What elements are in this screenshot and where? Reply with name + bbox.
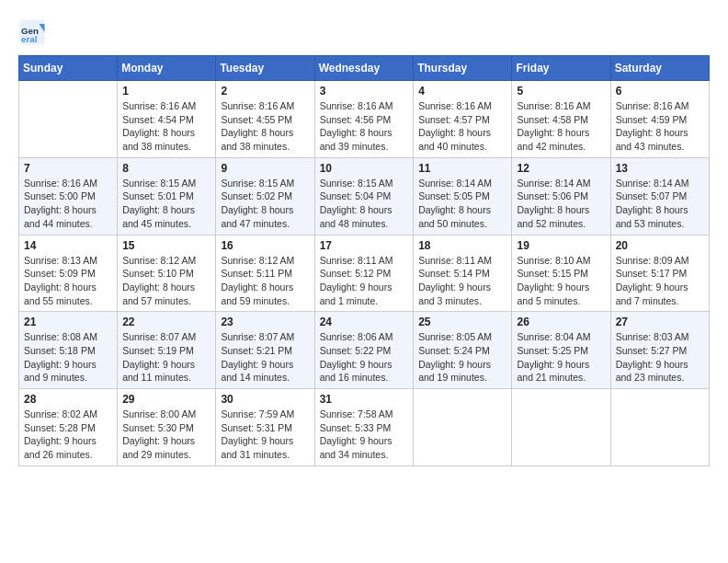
day-number: 28 [24, 393, 112, 406]
day-number: 21 [24, 316, 112, 328]
day-info: Sunrise: 8:10 AM Sunset: 5:15 PM Dayligh… [517, 254, 605, 308]
day-number: 20 [616, 239, 704, 252]
header-day-saturday: Saturday [610, 56, 709, 81]
calendar-cell: 8Sunrise: 8:15 AM Sunset: 5:01 PM Daylig… [118, 157, 216, 235]
calendar-cell: 2Sunrise: 8:16 AM Sunset: 4:55 PM Daylig… [216, 81, 314, 158]
day-info: Sunrise: 8:14 AM Sunset: 5:05 PM Dayligh… [418, 177, 506, 231]
day-number: 30 [221, 393, 309, 406]
day-number: 2 [221, 85, 309, 98]
day-number: 14 [24, 239, 112, 252]
calendar-cell: 16Sunrise: 8:12 AM Sunset: 5:11 PM Dayli… [216, 235, 314, 312]
calendar-cell: 4Sunrise: 8:16 AM Sunset: 4:57 PM Daylig… [414, 81, 512, 158]
day-info: Sunrise: 8:06 AM Sunset: 5:22 PM Dayligh… [320, 330, 409, 385]
day-info: Sunrise: 7:59 AM Sunset: 5:31 PM Dayligh… [221, 408, 309, 462]
day-number: 27 [616, 316, 704, 328]
svg-text:eral: eral [21, 34, 38, 44]
week-row-5: 28Sunrise: 8:02 AM Sunset: 5:28 PM Dayli… [19, 389, 710, 466]
day-info: Sunrise: 8:16 AM Sunset: 4:55 PM Dayligh… [221, 99, 309, 154]
day-info: Sunrise: 8:14 AM Sunset: 5:06 PM Dayligh… [517, 177, 605, 231]
week-row-1: 1Sunrise: 8:16 AM Sunset: 4:54 PM Daylig… [19, 81, 710, 158]
calendar-cell: 21Sunrise: 8:08 AM Sunset: 5:18 PM Dayli… [19, 312, 118, 389]
header-day-friday: Friday [512, 56, 610, 81]
day-number: 25 [418, 316, 506, 328]
day-info: Sunrise: 8:13 AM Sunset: 5:09 PM Dayligh… [24, 254, 112, 308]
calendar-cell: 14Sunrise: 8:13 AM Sunset: 5:09 PM Dayli… [19, 235, 118, 312]
day-info: Sunrise: 8:08 AM Sunset: 5:18 PM Dayligh… [24, 330, 112, 385]
day-number: 12 [517, 162, 605, 175]
day-number: 9 [221, 162, 309, 175]
day-number: 4 [418, 85, 506, 98]
header-day-thursday: Thursday [414, 56, 512, 81]
day-number: 3 [320, 85, 409, 98]
day-number: 13 [616, 162, 704, 175]
day-number: 22 [122, 316, 210, 328]
day-number: 5 [517, 85, 605, 98]
day-info: Sunrise: 8:16 AM Sunset: 4:56 PM Dayligh… [320, 99, 409, 154]
day-info: Sunrise: 8:05 AM Sunset: 5:24 PM Dayligh… [418, 330, 506, 385]
day-info: Sunrise: 8:15 AM Sunset: 5:02 PM Dayligh… [221, 177, 309, 231]
calendar-header: SundayMondayTuesdayWednesdayThursdayFrid… [19, 56, 710, 81]
calendar-cell: 10Sunrise: 8:15 AM Sunset: 5:04 PM Dayli… [314, 157, 414, 235]
header-day-wednesday: Wednesday [314, 56, 414, 81]
calendar-cell [19, 81, 118, 158]
day-info: Sunrise: 8:09 AM Sunset: 5:17 PM Dayligh… [616, 254, 704, 308]
week-row-3: 14Sunrise: 8:13 AM Sunset: 5:09 PM Dayli… [19, 235, 710, 312]
header-day-sunday: Sunday [19, 56, 118, 81]
day-number: 10 [320, 162, 409, 175]
day-number: 16 [221, 239, 309, 252]
day-info: Sunrise: 7:58 AM Sunset: 5:33 PM Dayligh… [320, 408, 409, 462]
day-info: Sunrise: 8:11 AM Sunset: 5:12 PM Dayligh… [320, 254, 409, 308]
day-number: 29 [122, 393, 210, 406]
header-day-tuesday: Tuesday [216, 56, 314, 81]
calendar-cell: 19Sunrise: 8:10 AM Sunset: 5:15 PM Dayli… [512, 235, 610, 312]
calendar-cell [414, 389, 512, 466]
calendar-cell: 23Sunrise: 8:07 AM Sunset: 5:21 PM Dayli… [216, 312, 314, 389]
calendar-cell: 7Sunrise: 8:16 AM Sunset: 5:00 PM Daylig… [19, 157, 118, 235]
day-number: 11 [418, 162, 506, 175]
calendar-cell: 17Sunrise: 8:11 AM Sunset: 5:12 PM Dayli… [314, 235, 414, 312]
calendar-cell: 5Sunrise: 8:16 AM Sunset: 4:58 PM Daylig… [512, 81, 610, 158]
day-number: 17 [320, 239, 409, 252]
calendar-cell: 20Sunrise: 8:09 AM Sunset: 5:17 PM Dayli… [610, 235, 709, 312]
calendar-cell: 18Sunrise: 8:11 AM Sunset: 5:14 PM Dayli… [414, 235, 512, 312]
page-header: Gen eral [18, 18, 710, 46]
calendar-cell [512, 389, 610, 466]
day-info: Sunrise: 8:16 AM Sunset: 4:59 PM Dayligh… [616, 99, 704, 154]
day-info: Sunrise: 8:16 AM Sunset: 5:00 PM Dayligh… [24, 177, 112, 231]
calendar-body: 1Sunrise: 8:16 AM Sunset: 4:54 PM Daylig… [19, 81, 710, 466]
calendar-cell: 31Sunrise: 7:58 AM Sunset: 5:33 PM Dayli… [314, 389, 414, 466]
logo: Gen eral [18, 18, 48, 46]
day-info: Sunrise: 8:16 AM Sunset: 4:54 PM Dayligh… [122, 99, 210, 154]
day-info: Sunrise: 8:16 AM Sunset: 4:57 PM Dayligh… [418, 99, 506, 154]
calendar-cell: 29Sunrise: 8:00 AM Sunset: 5:30 PM Dayli… [118, 389, 216, 466]
calendar-cell: 25Sunrise: 8:05 AM Sunset: 5:24 PM Dayli… [414, 312, 512, 389]
day-number: 26 [517, 316, 605, 328]
day-info: Sunrise: 8:14 AM Sunset: 5:07 PM Dayligh… [616, 177, 704, 231]
day-info: Sunrise: 8:12 AM Sunset: 5:11 PM Dayligh… [221, 254, 309, 308]
day-info: Sunrise: 8:11 AM Sunset: 5:14 PM Dayligh… [418, 254, 506, 308]
day-number: 6 [616, 85, 704, 98]
day-number: 19 [517, 239, 605, 252]
day-info: Sunrise: 8:15 AM Sunset: 5:01 PM Dayligh… [122, 177, 210, 231]
day-number: 31 [320, 393, 409, 406]
day-info: Sunrise: 8:16 AM Sunset: 4:58 PM Dayligh… [517, 99, 605, 154]
header-day-monday: Monday [118, 56, 216, 81]
logo-icon: Gen eral [18, 18, 46, 46]
calendar-cell: 22Sunrise: 8:07 AM Sunset: 5:19 PM Dayli… [118, 312, 216, 389]
day-info: Sunrise: 8:03 AM Sunset: 5:27 PM Dayligh… [616, 330, 704, 385]
calendar-cell: 28Sunrise: 8:02 AM Sunset: 5:28 PM Dayli… [19, 389, 118, 466]
calendar-cell: 24Sunrise: 8:06 AM Sunset: 5:22 PM Dayli… [314, 312, 414, 389]
day-info: Sunrise: 8:00 AM Sunset: 5:30 PM Dayligh… [122, 408, 210, 462]
calendar-cell: 6Sunrise: 8:16 AM Sunset: 4:59 PM Daylig… [610, 81, 709, 158]
day-number: 8 [122, 162, 210, 175]
day-number: 23 [221, 316, 309, 328]
day-info: Sunrise: 8:02 AM Sunset: 5:28 PM Dayligh… [24, 408, 112, 462]
day-number: 7 [24, 162, 112, 175]
calendar-cell: 26Sunrise: 8:04 AM Sunset: 5:25 PM Dayli… [512, 312, 610, 389]
calendar-cell: 15Sunrise: 8:12 AM Sunset: 5:10 PM Dayli… [118, 235, 216, 312]
day-number: 15 [122, 239, 210, 252]
calendar-cell: 30Sunrise: 7:59 AM Sunset: 5:31 PM Dayli… [216, 389, 314, 466]
day-info: Sunrise: 8:12 AM Sunset: 5:10 PM Dayligh… [122, 254, 210, 308]
day-number: 18 [418, 239, 506, 252]
day-info: Sunrise: 8:15 AM Sunset: 5:04 PM Dayligh… [320, 177, 409, 231]
